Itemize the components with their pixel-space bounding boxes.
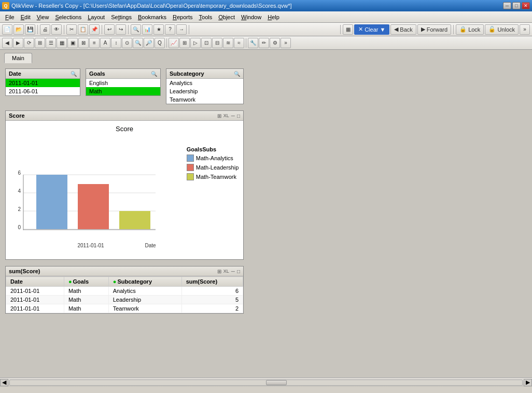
menu-edit[interactable]: Edit: [18, 13, 34, 21]
table-row[interactable]: 2011-01-01 Math Analytics 6: [6, 287, 243, 296]
chart-icon-expand[interactable]: ⊞: [217, 113, 221, 119]
date-search-icon[interactable]: 🔍: [71, 71, 77, 77]
unlock-label: Unlock: [497, 26, 515, 33]
minimize-button[interactable]: ─: [503, 2, 511, 9]
tb2-more[interactable]: »: [281, 38, 291, 48]
col-score[interactable]: sum(Score): [181, 277, 243, 287]
col-goals[interactable]: ●Goals: [64, 277, 108, 287]
unlock-button[interactable]: 🔓 Unlock: [485, 24, 519, 35]
menu-help[interactable]: Help: [264, 13, 283, 21]
chart-icon-xl[interactable]: XL: [223, 113, 229, 119]
menu-tools[interactable]: Tools: [196, 13, 216, 21]
menu-bookmarks[interactable]: Bookmarks: [135, 13, 170, 21]
table-row[interactable]: 2011-01-01 Math Teamwork 2: [6, 304, 243, 313]
maximize-button[interactable]: □: [512, 2, 521, 9]
open-button[interactable]: 📂: [13, 24, 24, 35]
menu-settings[interactable]: Settings: [108, 13, 135, 21]
lock-button[interactable]: 🔒 Lock: [456, 24, 484, 35]
tb2-btn5[interactable]: ☰: [46, 38, 56, 48]
col-date[interactable]: Date: [6, 277, 64, 287]
subcategory-item-2[interactable]: Teamwork: [166, 95, 243, 104]
bar-leadership[interactable]: [78, 184, 109, 229]
table-icon-expand[interactable]: ⊞: [217, 269, 221, 274]
cell-sub-0: Analytics: [108, 287, 181, 296]
tb2-btn2[interactable]: ▶: [13, 38, 23, 48]
search-button[interactable]: 🔍: [131, 24, 141, 35]
subcategory-item-1[interactable]: Leadership: [166, 87, 243, 95]
tb2-chart1[interactable]: 📈: [169, 38, 179, 48]
goals-item-1[interactable]: Math: [86, 87, 160, 95]
forward-button[interactable]: ▶ Forward: [417, 24, 451, 35]
tb2-btn16[interactable]: ▷: [190, 38, 201, 48]
window-controls[interactable]: ─ □ ✕: [503, 2, 530, 9]
filter-icon[interactable]: ▦: [343, 24, 353, 35]
star-button[interactable]: ★: [153, 24, 164, 35]
scroll-left-btn[interactable]: ◀: [0, 379, 8, 386]
cut-button[interactable]: ✂: [66, 24, 77, 35]
back-button[interactable]: ◀ Back: [390, 24, 416, 35]
close-button[interactable]: ✕: [522, 2, 530, 9]
tb2-btn15[interactable]: ⊞: [179, 38, 190, 48]
tb2-btn18[interactable]: ⊟: [212, 38, 222, 48]
scroll-right-btn[interactable]: ▶: [524, 379, 532, 386]
menu-view[interactable]: View: [34, 13, 52, 21]
clear-dropdown[interactable]: ▼: [380, 26, 385, 33]
tb2-btn11[interactable]: ↕: [111, 38, 121, 48]
redo-button[interactable]: ↪: [116, 24, 126, 35]
paste-button[interactable]: 📌: [89, 24, 100, 35]
date-item-1[interactable]: 2011-06-01: [6, 87, 80, 95]
chart-icon-minimize[interactable]: ─: [231, 113, 235, 119]
tb2-btn17[interactable]: ⊡: [201, 38, 212, 48]
goals-item-0[interactable]: English: [86, 79, 160, 87]
subcategory-item-0[interactable]: Analytics: [166, 79, 243, 87]
bar-analytics[interactable]: [36, 175, 67, 229]
tb2-btn10[interactable]: A: [100, 38, 110, 48]
tb2-btn12[interactable]: ⊙: [122, 38, 132, 48]
date-item-0[interactable]: 2011-01-01: [6, 79, 80, 87]
tb2-btn14[interactable]: 🔎: [144, 38, 154, 48]
arrow-btn[interactable]: →: [176, 24, 187, 35]
copy-button[interactable]: 📋: [78, 24, 88, 35]
clear-button[interactable]: ✕ Clear ▼: [354, 24, 389, 35]
help-btn[interactable]: ?: [165, 24, 175, 35]
menu-object[interactable]: Object: [215, 13, 238, 21]
col-subcategory[interactable]: ●Subcategory: [108, 277, 181, 287]
new-button[interactable]: 📄: [2, 24, 12, 35]
print-button[interactable]: 🖨: [40, 24, 50, 35]
subcategory-search-icon[interactable]: 🔍: [234, 71, 240, 77]
tb2-btn13[interactable]: 🔍: [133, 38, 143, 48]
menu-layout[interactable]: Layout: [85, 13, 108, 21]
menu-selections[interactable]: Selections: [52, 13, 85, 21]
table-icon-close[interactable]: □: [237, 269, 240, 274]
scrollbar-track[interactable]: [9, 380, 523, 386]
menu-window[interactable]: Window: [238, 13, 264, 21]
bar-teamwork[interactable]: [119, 211, 150, 229]
tb2-btn22[interactable]: ✏: [259, 38, 269, 48]
tb2-btn7[interactable]: ▣: [67, 38, 78, 48]
tb2-btn8[interactable]: ⊠: [78, 38, 89, 48]
chart-icon-close[interactable]: □: [237, 113, 240, 119]
print-preview[interactable]: 👁: [51, 24, 62, 35]
tb2-btn9[interactable]: ≡: [89, 38, 100, 48]
tb2-btn20[interactable]: ≈: [234, 38, 244, 48]
tb2-zoom[interactable]: Q: [155, 38, 165, 48]
undo-button[interactable]: ↩: [104, 24, 115, 35]
tb2-btn21[interactable]: 🔧: [248, 38, 258, 48]
scrollbar-thumb[interactable]: [266, 380, 287, 385]
menu-reports[interactable]: Reports: [170, 13, 196, 21]
tb2-btn3[interactable]: ⟳: [24, 38, 34, 48]
tab-main[interactable]: Main: [4, 53, 32, 63]
goals-search-icon[interactable]: 🔍: [151, 71, 157, 77]
tb2-btn23[interactable]: ⚙: [270, 38, 280, 48]
tb2-btn6[interactable]: ▦: [57, 38, 67, 48]
more-button[interactable]: »: [520, 24, 530, 35]
tb2-btn19[interactable]: ≋: [223, 38, 233, 48]
menu-file[interactable]: File: [2, 13, 18, 21]
tb2-btn4[interactable]: ⊞: [35, 38, 45, 48]
table-icon-minimize[interactable]: ─: [231, 269, 235, 274]
chart-button[interactable]: 📊: [142, 24, 152, 35]
table-row[interactable]: 2011-01-01 Math Leadership 5: [6, 296, 243, 304]
tb2-btn1[interactable]: ◀: [2, 38, 12, 48]
save-button[interactable]: 💾: [25, 24, 35, 35]
table-icon-xl[interactable]: XL: [223, 269, 229, 274]
